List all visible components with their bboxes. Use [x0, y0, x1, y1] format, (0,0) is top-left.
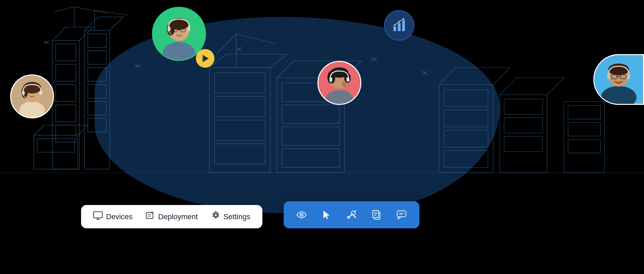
- svg-marker-134: [324, 211, 329, 219]
- toolbar-blue-item-copy[interactable]: [365, 206, 388, 224]
- settings-label: Settings: [224, 212, 251, 221]
- toolbar-item-settings[interactable]: Settings: [211, 211, 251, 222]
- svg-rect-83: [22, 91, 25, 95]
- play-button[interactable]: [196, 49, 214, 68]
- svg-rect-120: [607, 75, 610, 79]
- svg-rect-92: [187, 27, 190, 31]
- toolbar-blue-item-tools[interactable]: [340, 206, 363, 224]
- cursor-icon: [322, 210, 331, 220]
- toolbar-blue-item-chat[interactable]: [390, 206, 413, 224]
- avatar-right-mid-woman: [317, 61, 361, 105]
- svg-point-100: [394, 24, 396, 26]
- svg-point-133: [301, 214, 302, 215]
- avatar-left-woman: [10, 74, 54, 118]
- svg-rect-98: [398, 23, 401, 31]
- svg-rect-109: [329, 77, 332, 82]
- toolbar-blue-item-view[interactable]: [290, 206, 313, 224]
- devices-label: Devices: [106, 212, 132, 221]
- svg-rect-121: [627, 75, 630, 79]
- analytics-icon-circle[interactable]: [384, 10, 414, 41]
- toolbar-item-devices[interactable]: Devices: [93, 211, 132, 222]
- chat-icon: [396, 210, 407, 220]
- svg-rect-91: [168, 27, 171, 31]
- eye-icon: [296, 211, 307, 219]
- avatar-far-right-man: [593, 54, 644, 105]
- toolbar-item-deployment[interactable]: Deployment: [146, 211, 198, 222]
- svg-rect-99: [402, 20, 405, 31]
- svg-point-101: [398, 21, 400, 23]
- play-icon: [203, 55, 209, 62]
- deployment-label: Deployment: [158, 212, 198, 221]
- svg-point-107: [328, 71, 335, 84]
- analytics-icon: [391, 17, 408, 34]
- svg-rect-110: [346, 77, 350, 82]
- svg-rect-97: [393, 26, 396, 31]
- toolbar-blue: [284, 201, 419, 228]
- toolbar-white: Devices Deployment Settings: [81, 205, 262, 228]
- svg-point-102: [403, 18, 405, 20]
- svg-rect-84: [40, 91, 42, 95]
- svg-rect-122: [94, 212, 102, 218]
- copy-icon: [372, 210, 381, 220]
- tools-icon: [346, 210, 357, 220]
- settings-icon: [211, 211, 220, 222]
- svg-point-116: [608, 64, 629, 75]
- deployment-icon: [146, 211, 155, 222]
- devices-icon: [93, 211, 103, 222]
- svg-line-139: [354, 216, 356, 218]
- svg-rect-147: [397, 211, 406, 217]
- toolbar-blue-item-cursor[interactable]: [315, 206, 338, 224]
